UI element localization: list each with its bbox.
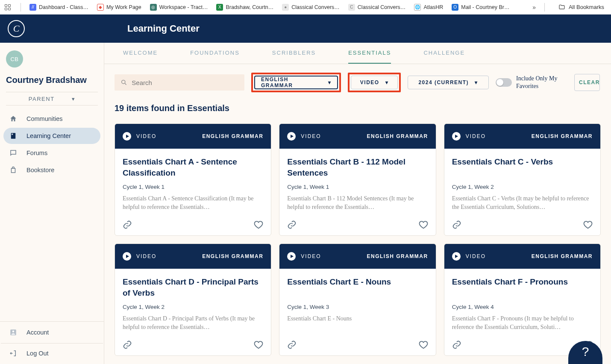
- role-select[interactable]: PARENT ▾: [6, 92, 98, 106]
- card-category: ENGLISH GRAMMAR: [202, 253, 263, 259]
- sidebar: CB Courtney Bradshaw PARENT ▾ Communitie…: [0, 43, 104, 364]
- content-card[interactable]: VIDEO ENGLISH GRAMMAR Essentials Chart A…: [115, 123, 271, 236]
- card-subtitle: Cycle 1, Week 2: [452, 184, 593, 190]
- content-card[interactable]: VIDEO ENGLISH GRAMMAR Essentials Chart B…: [279, 123, 436, 236]
- apps-grid-icon[interactable]: [3, 3, 12, 12]
- link-icon[interactable]: [123, 340, 132, 349]
- chevron-down-icon: ▾: [385, 79, 389, 85]
- tab-challenge[interactable]: CHALLENGE: [423, 43, 465, 64]
- content-card[interactable]: VIDEO ENGLISH GRAMMAR Essentials Chart F…: [444, 244, 601, 356]
- bookmark-tab[interactable]: ◆My Work Page: [94, 2, 145, 12]
- favorites-toggle-wrap: Include Only My Favorites: [496, 75, 567, 90]
- site-icon: C: [348, 4, 355, 11]
- sidebar-item-forums[interactable]: Forums: [3, 145, 100, 161]
- link-icon[interactable]: [452, 220, 461, 229]
- play-icon: [287, 132, 296, 141]
- tab-essentials[interactable]: ESSENTIALS: [348, 43, 391, 64]
- content-card[interactable]: VIDEO ENGLISH GRAMMAR Essentials Chart D…: [115, 244, 271, 356]
- bookmark-tab[interactable]: 🌐AtlasHR: [411, 2, 446, 12]
- card-subtitle: Cycle 1, Week 3: [287, 304, 428, 310]
- chevron-down-icon: ▾: [72, 96, 76, 102]
- bookmark-label: Classical Convers…: [291, 4, 340, 10]
- main-content: WELCOME FOUNDATIONS SCRIBBLERS ESSENTIAL…: [104, 43, 611, 364]
- clear-filters-button[interactable]: CLEAR FILTERS: [574, 74, 600, 91]
- avatar[interactable]: CB: [6, 50, 23, 68]
- bookmark-label: AtlasHR: [423, 4, 443, 10]
- all-bookmarks-button[interactable]: All Bookmarks: [555, 2, 608, 12]
- content-card[interactable]: VIDEO ENGLISH GRAMMAR Essentials Chart C…: [444, 123, 601, 236]
- bookmark-tab[interactable]: OMail - Courtney Br…: [448, 2, 513, 12]
- cards-grid: VIDEO ENGLISH GRAMMAR Essentials Chart A…: [104, 117, 611, 356]
- sidebar-item-label: Bookstore: [26, 167, 54, 173]
- sidebar-item-bookstore[interactable]: Bookstore: [3, 162, 100, 178]
- heart-icon[interactable]: [254, 220, 263, 229]
- svg-rect-1: [12, 134, 13, 135]
- bookmark-tab[interactable]: ●Classical Convers…: [279, 2, 343, 12]
- card-category: ENGLISH GRAMMAR: [367, 253, 428, 259]
- card-title: Essentials Chart A - Sentence Classifica…: [123, 156, 263, 179]
- heart-icon[interactable]: [583, 220, 593, 229]
- link-icon[interactable]: [287, 340, 297, 349]
- search-input-wrapper[interactable]: [115, 74, 244, 91]
- subject-filter-dropdown[interactable]: ENGLISH GRAMMAR ▾: [254, 76, 338, 89]
- more-bookmarks-icon[interactable]: »: [529, 2, 539, 12]
- card-description: Essentials Chart F - Pronouns (It may be…: [452, 314, 593, 332]
- play-icon: [123, 132, 131, 141]
- card-subtitle: Cycle 1, Week 1: [287, 184, 428, 190]
- bookmark-tab[interactable]: XBradshaw, Courtn…: [213, 2, 277, 12]
- type-filter-dropdown[interactable]: VIDEO ▾: [351, 76, 398, 89]
- card-category: ENGLISH GRAMMAR: [202, 133, 263, 139]
- dropdown-value: 2024 (CURRENT): [418, 79, 469, 85]
- bookmark-label: My Work Page: [106, 4, 141, 10]
- card-header: VIDEO ENGLISH GRAMMAR: [279, 124, 435, 149]
- card-header: VIDEO ENGLISH GRAMMAR: [115, 124, 271, 149]
- tab-scribblers[interactable]: SCRIBBLERS: [272, 43, 316, 64]
- sidebar-item-label: Communities: [26, 115, 63, 122]
- heart-icon[interactable]: [254, 340, 263, 349]
- tab-foundations[interactable]: FOUNDATIONS: [190, 43, 240, 64]
- sidebar-item-logout[interactable]: Log Out: [1, 343, 103, 363]
- highlight-type-filter: VIDEO ▾: [348, 73, 401, 92]
- year-filter-dropdown[interactable]: 2024 (CURRENT) ▾: [408, 76, 489, 89]
- link-icon[interactable]: [123, 220, 132, 229]
- chevron-down-icon: ▾: [328, 79, 332, 85]
- question-icon: ?: [582, 344, 589, 359]
- divider: [544, 3, 545, 12]
- card-title: Essentials Chart E - Nouns: [287, 276, 428, 299]
- content-card[interactable]: VIDEO ENGLISH GRAMMAR Essentials Chart E…: [279, 244, 436, 356]
- sidebar-item-label: Forums: [26, 150, 47, 156]
- highlight-subject-filter: ENGLISH GRAMMAR ▾: [251, 73, 341, 92]
- tab-welcome[interactable]: WELCOME: [123, 43, 158, 64]
- sidebar-item-label: Account: [26, 329, 49, 336]
- bookmark-tab[interactable]: CClassical Convers…: [345, 2, 409, 12]
- bookmark-tab[interactable]: ◎Workspace - Tract…: [147, 2, 212, 12]
- card-description: Essentials Chart D - Principal Parts of …: [123, 314, 263, 332]
- site-icon: ◎: [150, 4, 157, 11]
- sidebar-item-account[interactable]: Account: [1, 323, 103, 342]
- search-input[interactable]: [132, 79, 238, 86]
- sidebar-item-learning-center[interactable]: Learning Center: [3, 128, 100, 144]
- all-bookmarks-label: All Bookmarks: [569, 4, 604, 10]
- heart-icon[interactable]: [419, 220, 428, 229]
- card-title: Essentials Chart F - Pronouns: [452, 276, 593, 299]
- bag-icon: [9, 166, 17, 174]
- card-title: Essentials Chart B - 112 Model Sentences: [287, 156, 428, 179]
- bookmark-label: Bradshaw, Courtn…: [226, 4, 273, 10]
- card-type: VIDEO: [301, 133, 321, 139]
- link-icon[interactable]: [287, 220, 297, 229]
- card-title: Essentials Chart C - Verbs: [452, 156, 593, 179]
- card-type: VIDEO: [301, 253, 321, 259]
- sidebar-item-communities[interactable]: Communities: [3, 111, 100, 127]
- logo-icon[interactable]: C: [8, 20, 25, 37]
- play-icon: [123, 252, 131, 261]
- bookmark-label: Classical Convers…: [358, 4, 406, 10]
- svg-point-4: [122, 80, 125, 84]
- bookmark-tab[interactable]: //Dashboard - Class…: [26, 2, 92, 12]
- link-icon[interactable]: [452, 340, 461, 349]
- card-type: VIDEO: [136, 133, 156, 139]
- heart-icon[interactable]: [419, 340, 428, 349]
- bookmark-label: Mail - Courtney Br…: [461, 4, 509, 10]
- favorites-toggle-label: Include Only My Favorites: [516, 75, 567, 90]
- favorites-toggle[interactable]: [496, 78, 512, 87]
- site-icon: ●: [282, 4, 289, 11]
